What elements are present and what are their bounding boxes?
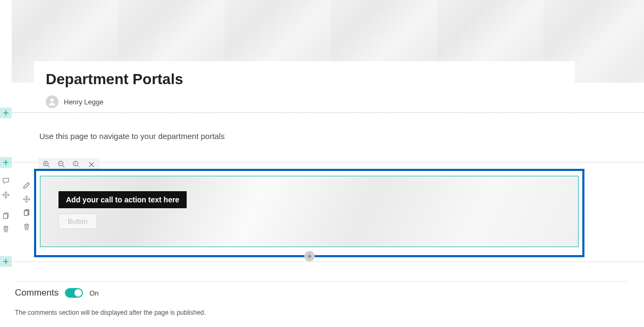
comments-toggle-state: On	[89, 289, 98, 297]
intro-text[interactable]: Use this page to navigate to your depart…	[39, 132, 225, 141]
move-icon[interactable]	[1, 190, 11, 200]
left-rail	[0, 0, 12, 327]
divider	[12, 261, 644, 262]
author-row: Henry Legge	[46, 95, 563, 108]
cta-button[interactable]: Button	[58, 214, 97, 229]
close-icon[interactable]	[87, 160, 96, 169]
duplicate-icon[interactable]	[21, 208, 32, 218]
webpart-side-toolbar	[21, 180, 32, 232]
comments-toggle[interactable]	[65, 288, 83, 298]
svg-rect-5	[24, 211, 28, 216]
divider	[15, 281, 628, 282]
add-section-button[interactable]	[0, 108, 12, 118]
toggle-knob	[74, 289, 82, 297]
section-divider	[12, 112, 644, 113]
svg-point-1	[51, 99, 54, 102]
page-title[interactable]: Department Portals	[46, 71, 563, 88]
cta-webpart[interactable]: Add your call to action text here Button	[34, 169, 584, 257]
zoom-in-icon[interactable]	[43, 160, 51, 169]
comments-label: Comments	[15, 288, 58, 298]
cta-heading[interactable]: Add your call to action text here	[58, 191, 187, 208]
divider	[12, 162, 644, 162]
title-card: Department Portals Henry Legge	[34, 61, 575, 116]
avatar[interactable]	[46, 95, 58, 108]
comments-row: Comments On	[15, 288, 99, 298]
add-section-button[interactable]	[0, 256, 12, 267]
move-icon[interactable]	[21, 194, 32, 205]
comment-icon[interactable]	[1, 176, 11, 186]
content-area: Department Portals Henry Legge Use this …	[12, 0, 644, 327]
duplicate-icon[interactable]	[1, 211, 11, 221]
svg-rect-0	[4, 214, 7, 219]
add-section-button[interactable]	[0, 157, 12, 168]
trash-icon[interactable]	[1, 224, 11, 234]
zoom-out-icon[interactable]	[57, 160, 66, 169]
add-webpart-button[interactable]	[304, 251, 315, 261]
author-name[interactable]: Henry Legge	[64, 98, 103, 106]
comments-note: The comments section will be displayed a…	[15, 309, 206, 316]
cta-webpart-inner: Add your call to action text here Button	[40, 176, 579, 247]
pencil-icon[interactable]	[21, 180, 32, 191]
reset-zoom-icon[interactable]	[72, 160, 81, 169]
trash-icon[interactable]	[21, 222, 32, 232]
